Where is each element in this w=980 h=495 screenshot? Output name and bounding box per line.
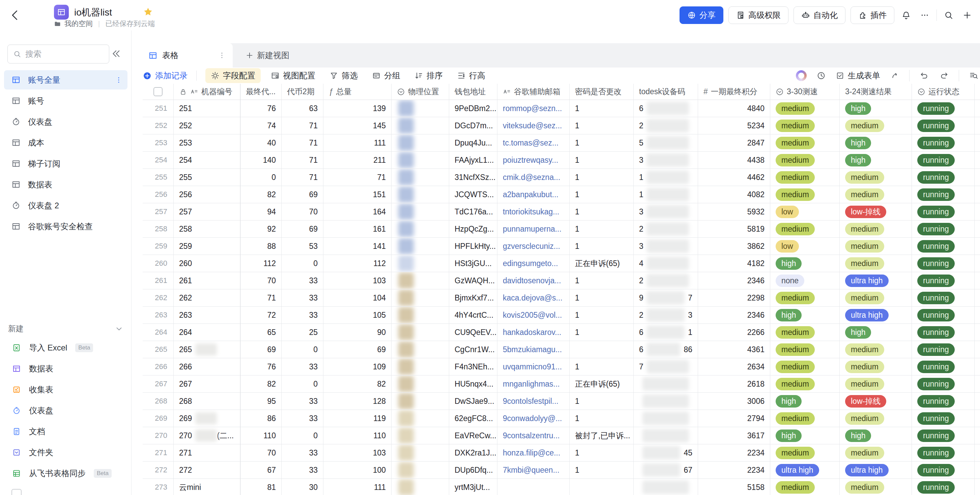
- row-number[interactable]: 269: [143, 410, 174, 427]
- cell-final-tokens[interactable]: 140: [240, 152, 282, 169]
- cell-speed-3-30[interactable]: medium: [770, 358, 840, 375]
- cell-google-backup-email[interactable]: honza.filip@ce...: [498, 444, 570, 461]
- email-link[interactable]: cmik.d@sezna...: [503, 173, 560, 182]
- cell-password-changed[interactable]: 1: [570, 307, 634, 324]
- column-header-谷歌辅助邮箱[interactable]: 谷歌辅助邮箱: [498, 84, 570, 100]
- cell-wallet-address[interactable]: 9PeDBm2...: [449, 100, 498, 117]
- cell-speed-3-30[interactable]: medium: [770, 324, 840, 341]
- row-number[interactable]: 255: [143, 169, 174, 186]
- cell-final-score[interactable]: 2346: [698, 272, 770, 289]
- cell-wallet-address[interactable]: CU9QeEV...: [449, 324, 498, 341]
- cell-total[interactable]: 111: [323, 479, 391, 495]
- cell-run-status[interactable]: running: [912, 324, 975, 341]
- cell-total[interactable]: 82: [323, 375, 391, 393]
- cell-wallet-address[interactable]: yrtM3jUt...: [449, 479, 498, 495]
- cell-final-tokens[interactable]: 76: [240, 100, 282, 117]
- column-header-最终代...[interactable]: 最终代...: [240, 84, 282, 100]
- cell-result-3-24[interactable]: high: [840, 100, 912, 117]
- cell-machine-id[interactable]: 272: [174, 461, 240, 479]
- table-row-264[interactable]: 264264652590CU9QeEV...hankadoskarov...16…: [143, 324, 980, 341]
- row-number[interactable]: 251: [143, 100, 174, 117]
- plugins-button[interactable]: 插件: [851, 6, 894, 24]
- cell-machine-id[interactable]: 264: [174, 324, 240, 341]
- table-row-267[interactable]: 26726782082HU5nqx4...mnganlighmas...正在申诉…: [143, 375, 980, 393]
- cell-google-backup-email[interactable]: tntoriokitsukag...: [498, 203, 570, 220]
- cell-final-tokens[interactable]: 94: [240, 203, 282, 220]
- cell-wallet-address[interactable]: 62egFC8...: [449, 410, 498, 427]
- cell-result-3-24[interactable]: high: [840, 427, 912, 444]
- email-link[interactable]: mnganlighmas...: [503, 380, 560, 389]
- cell-final-score[interactable]: 2618: [698, 375, 770, 393]
- back-icon[interactable]: [9, 9, 22, 22]
- row-number[interactable]: 257: [143, 203, 174, 220]
- email-link[interactable]: poiuztrewqasy...: [503, 156, 558, 165]
- row-number[interactable]: 272: [143, 461, 174, 479]
- history-button[interactable]: [815, 70, 827, 81]
- cell-result-3-24[interactable]: medium: [840, 186, 912, 203]
- cell-run-status[interactable]: running: [912, 100, 975, 117]
- column-header-密码是否更改[interactable]: 密码是否更改: [570, 84, 634, 100]
- cell-password-changed[interactable]: 1: [570, 393, 634, 410]
- cell-final-score[interactable]: 2234: [698, 461, 770, 479]
- cell-todesk-code[interactable]: 67: [634, 461, 698, 479]
- cell-password-changed[interactable]: 1: [570, 272, 634, 289]
- table-row-255[interactable]: 2552550717131NcfXSz...cmik.d@sezna...114…: [143, 169, 980, 186]
- cell-password-changed[interactable]: 1: [570, 461, 634, 479]
- cell-physical-location[interactable]: [391, 358, 449, 375]
- row-number[interactable]: 264: [143, 324, 174, 341]
- add-button[interactable]: [961, 8, 974, 22]
- create-item-1[interactable]: 数据表: [4, 359, 127, 378]
- cell-password-changed[interactable]: 1: [570, 186, 634, 203]
- row-number[interactable]: 256: [143, 186, 174, 203]
- sidebar-item-5[interactable]: 数据表: [4, 175, 127, 194]
- cell-result-3-24[interactable]: ultra high: [840, 307, 912, 324]
- cell-password-changed[interactable]: 1: [570, 152, 634, 169]
- cell-run-status[interactable]: running: [912, 255, 975, 272]
- cell-physical-location[interactable]: [391, 393, 449, 410]
- column-header-select-all[interactable]: [143, 84, 174, 100]
- cell-todesk-code[interactable]: 3: [634, 152, 698, 169]
- row-height-button[interactable]: 行高: [457, 70, 485, 81]
- cell-final-score[interactable]: 5932: [698, 203, 770, 220]
- cell-password-changed[interactable]: 1: [570, 220, 634, 238]
- cell-physical-location[interactable]: [391, 152, 449, 169]
- cell-physical-location[interactable]: [391, 255, 449, 272]
- cell-todesk-code[interactable]: 5: [634, 134, 698, 152]
- cell-final-score[interactable]: 4438: [698, 152, 770, 169]
- cell-result-3-24[interactable]: low-掉线: [840, 393, 912, 410]
- cell-speed-3-30[interactable]: low: [770, 203, 840, 220]
- cell-total[interactable]: 128: [323, 393, 391, 410]
- create-item-6[interactable]: 从飞书表格同步Beta: [4, 464, 127, 483]
- table-row-261[interactable]: 2612617033103GzWAQH...davidtosenovja...1…: [143, 272, 980, 289]
- email-link[interactable]: honza.filip@ce...: [503, 449, 560, 458]
- cell-physical-location[interactable]: [391, 375, 449, 393]
- cell-result-3-24[interactable]: low-掉线: [840, 203, 912, 220]
- cell-google-backup-email[interactable]: rommop@sezn...: [498, 100, 570, 117]
- cell-google-backup-email[interactable]: edingsumgeto...: [498, 255, 570, 272]
- cell-wallet-address[interactable]: Dpuq4Ju...: [449, 134, 498, 152]
- email-link[interactable]: edingsumgeto...: [503, 259, 558, 268]
- cell-todesk-code[interactable]: [634, 410, 698, 427]
- email-link[interactable]: gzversclecuniz...: [503, 242, 560, 251]
- cell-tokens-phase2[interactable]: 70: [282, 203, 323, 220]
- sidebar-item-6[interactable]: 仪表盘 2: [4, 196, 127, 215]
- sidebar-item-0[interactable]: 账号全量: [4, 70, 127, 89]
- cell-todesk-code[interactable]: 1: [634, 186, 698, 203]
- cell-google-backup-email[interactable]: 9contolsfestpil...: [498, 393, 570, 410]
- email-link[interactable]: 9contolsfestpil...: [503, 397, 558, 406]
- cell-machine-id[interactable]: 254: [174, 152, 240, 169]
- cell-tokens-phase2[interactable]: 33: [282, 272, 323, 289]
- table-row-272[interactable]: 2722726733100DUp6Dfq...7kmbi@queen...167…: [143, 461, 980, 479]
- cell-physical-location[interactable]: [391, 341, 449, 358]
- cell-result-3-24[interactable]: medium: [840, 255, 912, 272]
- cell-tokens-phase2[interactable]: 0: [282, 341, 323, 358]
- cell-physical-location[interactable]: [391, 461, 449, 479]
- field-config-button[interactable]: 字段配置: [205, 68, 261, 83]
- group-button[interactable]: 分组: [372, 70, 400, 81]
- cell-total[interactable]: 111: [323, 134, 391, 152]
- cell-google-backup-email[interactable]: viteksude@sez...: [498, 117, 570, 134]
- cell-physical-location[interactable]: [391, 307, 449, 324]
- cell-tokens-phase2[interactable]: 63: [282, 100, 323, 117]
- cell-machine-id[interactable]: 265: [174, 341, 240, 358]
- cell-physical-location[interactable]: [391, 169, 449, 186]
